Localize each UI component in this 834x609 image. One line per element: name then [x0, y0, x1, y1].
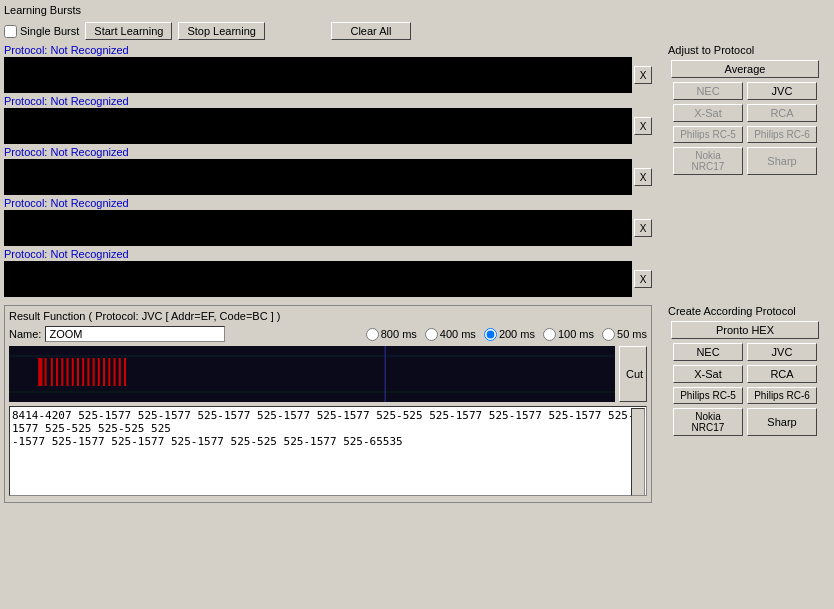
adjust-sharp-button[interactable]: Sharp — [747, 147, 817, 175]
radio-200ms[interactable]: 200 ms — [484, 328, 535, 341]
data-area — [9, 406, 647, 498]
burst-display-row-4: X — [4, 210, 652, 246]
waveform-display: 20 ms 18 p — [9, 346, 615, 402]
main-container: Learning Bursts Single Burst Start Learn… — [0, 0, 834, 609]
burst-display-5 — [4, 261, 632, 297]
create-title: Create According Protocol — [668, 305, 830, 317]
svg-rect-5 — [45, 358, 47, 386]
adjust-nokia-button[interactable]: Nokia NRC17 — [673, 147, 743, 175]
adjust-average-button[interactable]: Average — [671, 60, 819, 78]
create-nec-button[interactable]: NEC — [673, 343, 743, 361]
burst-row-5: Protocol: Not Recognized X — [4, 248, 652, 297]
svg-rect-19 — [119, 358, 121, 386]
adjust-nec-button[interactable]: NEC — [673, 82, 743, 100]
scrollbar[interactable] — [631, 408, 645, 496]
result-panel: Result Function ( Protocol: JVC [ Addr=E… — [4, 305, 652, 503]
radio-800ms[interactable]: 800 ms — [366, 328, 417, 341]
burst-protocol-2: Protocol: Not Recognized — [4, 95, 652, 107]
svg-rect-16 — [103, 358, 105, 386]
radio-50ms[interactable]: 50 ms — [602, 328, 647, 341]
create-row-philips: Philips RC-5 Philips RC-6 — [660, 387, 830, 404]
toolbar: Single Burst Start Learning Stop Learnin… — [4, 22, 830, 40]
burst-display-3 — [4, 159, 632, 195]
burst-protocol-4: Protocol: Not Recognized — [4, 197, 652, 209]
single-burst-label: Single Burst — [20, 25, 79, 37]
svg-rect-12 — [82, 358, 84, 386]
stop-learning-button[interactable]: Stop Learning — [178, 22, 265, 40]
adjust-row-philips: Philips RC-5 Philips RC-6 — [673, 126, 817, 143]
create-row-xsat-rca: X-Sat RCA — [660, 365, 830, 383]
adjust-jvc-button[interactable]: JVC — [747, 82, 817, 100]
waveform-svg — [9, 346, 615, 402]
burst-x-button-3[interactable]: X — [634, 168, 652, 186]
burst-protocol-3: Protocol: Not Recognized — [4, 146, 652, 158]
svg-rect-14 — [93, 358, 95, 386]
name-radio-row: Name: 800 ms 400 ms 200 ms 100 ms — [9, 326, 647, 342]
create-rca-button[interactable]: RCA — [747, 365, 817, 383]
burst-row-1: Protocol: Not Recognized X — [4, 44, 652, 93]
app-title: Learning Bursts — [4, 4, 81, 16]
burst-display-row-3: X — [4, 159, 652, 195]
name-input[interactable] — [45, 326, 225, 342]
radio-100ms[interactable]: 100 ms — [543, 328, 594, 341]
adjust-row-xsat-rca: X-Sat RCA — [673, 104, 817, 122]
burst-row-3: Protocol: Not Recognized X — [4, 146, 652, 195]
radio-400ms[interactable]: 400 ms — [425, 328, 476, 341]
adjust-panel: Adjust to Protocol Average NEC JVC X-Sat… — [660, 44, 830, 299]
burst-x-button-2[interactable]: X — [634, 117, 652, 135]
burst-protocol-5: Protocol: Not Recognized — [4, 248, 652, 260]
svg-rect-20 — [124, 358, 126, 386]
adjust-rca-button[interactable]: RCA — [747, 104, 817, 122]
adjust-title: Adjust to Protocol — [668, 44, 754, 56]
create-philips-rc5-button[interactable]: Philips RC-5 — [673, 387, 743, 404]
create-pronto-button[interactable]: Pronto HEX — [671, 321, 819, 339]
burst-display-2 — [4, 108, 632, 144]
create-panel: Create According Protocol Pronto HEX NEC… — [660, 305, 830, 503]
top-row: Learning Bursts — [4, 4, 830, 18]
create-jvc-button[interactable]: JVC — [747, 343, 817, 361]
svg-rect-11 — [77, 358, 79, 386]
adjust-philips-rc6-button[interactable]: Philips RC-6 — [747, 126, 817, 143]
svg-rect-7 — [56, 358, 58, 386]
burst-protocol-1: Protocol: Not Recognized — [4, 44, 652, 56]
radio-input-800ms[interactable] — [366, 328, 379, 341]
single-burst-checkbox-label[interactable]: Single Burst — [4, 25, 79, 38]
burst-display-row-5: X — [4, 261, 652, 297]
burst-x-button-5[interactable]: X — [634, 270, 652, 288]
adjust-philips-rc5-button[interactable]: Philips RC-5 — [673, 126, 743, 143]
burst-display-row-2: X — [4, 108, 652, 144]
burst-display-row-1: X — [4, 57, 652, 93]
data-textarea[interactable] — [9, 406, 647, 496]
create-xsat-button[interactable]: X-Sat — [673, 365, 743, 383]
svg-rect-9 — [66, 358, 68, 386]
svg-rect-15 — [98, 358, 100, 386]
name-label: Name: — [9, 328, 41, 340]
create-nokia-button[interactable]: Nokia NRC17 — [673, 408, 743, 436]
cut-button[interactable]: Cut — [619, 346, 647, 402]
top-section: Protocol: Not Recognized X Protocol: Not… — [4, 44, 830, 299]
adjust-xsat-button[interactable]: X-Sat — [673, 104, 743, 122]
burst-x-button-4[interactable]: X — [634, 219, 652, 237]
adjust-section: Adjust to Protocol Average NEC JVC X-Sat… — [660, 44, 830, 175]
radio-input-100ms[interactable] — [543, 328, 556, 341]
result-title: Result Function ( Protocol: JVC [ Addr=E… — [9, 310, 647, 322]
create-row-nec-jvc: NEC JVC — [660, 343, 830, 361]
burst-x-button-1[interactable]: X — [634, 66, 652, 84]
pronto-row: Pronto HEX — [660, 321, 830, 339]
svg-rect-6 — [51, 358, 53, 386]
radio-row: 800 ms 400 ms 200 ms 100 ms 50 ms — [366, 328, 647, 341]
svg-rect-13 — [87, 358, 89, 386]
start-learning-button[interactable]: Start Learning — [85, 22, 172, 40]
create-row-nokia-sharp: Nokia NRC17 Sharp — [660, 408, 830, 436]
burst-row-2: Protocol: Not Recognized X — [4, 95, 652, 144]
single-burst-checkbox[interactable] — [4, 25, 17, 38]
create-philips-rc6-button[interactable]: Philips RC-6 — [747, 387, 817, 404]
svg-rect-17 — [108, 358, 110, 386]
radio-input-200ms[interactable] — [484, 328, 497, 341]
radio-input-50ms[interactable] — [602, 328, 615, 341]
radio-input-400ms[interactable] — [425, 328, 438, 341]
create-sharp-button[interactable]: Sharp — [747, 408, 817, 436]
clear-all-button[interactable]: Clear All — [331, 22, 411, 40]
bursts-area: Protocol: Not Recognized X Protocol: Not… — [4, 44, 652, 299]
bottom-section: Result Function ( Protocol: JVC [ Addr=E… — [4, 305, 830, 503]
